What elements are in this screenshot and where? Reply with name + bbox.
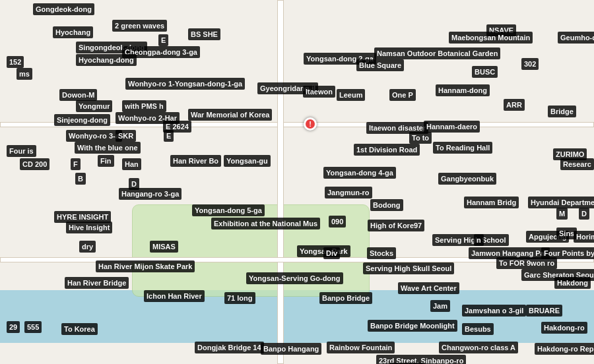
map-label-29: 29 <box>7 321 20 333</box>
map-label-serving-high-skull: Serving High Skull Seoul <box>363 262 454 274</box>
map-label-arr: ARR <box>504 99 525 111</box>
map-label-busc: BUSC <box>472 66 498 78</box>
map-label-div: Div <box>323 247 340 259</box>
map-label-itaewon: Itaewon <box>303 86 335 98</box>
map-label-one-p: One P <box>389 89 416 101</box>
map-label-hakdong-ro: Hakdong-ro <box>541 322 587 334</box>
map-label-f: F <box>71 158 81 170</box>
map-label-sinjeong-dong: Sinjeong-dong <box>54 114 110 126</box>
map-label-m2: M <box>556 208 568 220</box>
map-label-bruare: BRUARE <box>526 305 562 317</box>
map-label-bridge: Bridge <box>548 106 576 117</box>
map-label-e1: E <box>158 34 168 46</box>
map-label-to-to: To to <box>409 132 432 144</box>
map-label-ms: ms <box>16 68 32 80</box>
map-label-besubs: Besubs <box>462 323 494 335</box>
map-label-dowon-m: Dowon-M <box>59 89 97 101</box>
map-label-high-of-kore97: High of Kore97 <box>368 220 424 231</box>
map-label-hannam-bridge: Hannam Bridg <box>464 197 519 208</box>
map-label-stocks: Stocks <box>367 247 396 259</box>
map-label-war-memorial: War Memorial of Korea <box>188 109 272 121</box>
location-marker[interactable] <box>304 117 317 131</box>
map-label-gongdeok-dong: Gongdeok-dong <box>33 3 94 15</box>
map-label-hangang-ro-3ga: Hangang-ro 3-ga <box>119 188 182 200</box>
map-label-reading-hall: To Reading Hall <box>433 142 492 154</box>
map-label-wonhyo-ro-1: Wonhyo-ro 1-Yongsan-dong-1-ga <box>125 78 245 90</box>
map-label-han-river-bo: Han River Bo <box>170 155 221 167</box>
map-label-han-river-mijon: Han River Mijon Skate Park <box>96 260 195 272</box>
map-label-han: Han <box>122 158 141 170</box>
map-label-jamvshan-3gil: Jamvshan o 3-gil <box>462 305 526 317</box>
map-label-skr: SKR <box>116 130 136 142</box>
map-label-to-for-9won: To FOR 9won ro <box>496 257 557 269</box>
map-label-with-pms: with PMS h <box>122 100 166 112</box>
map-label-1st-division-road: 1st Division Road <box>354 144 420 156</box>
map-label-fin: Fin <box>98 155 114 167</box>
map-label-yongsan-serving: Yongsan-Serving Go-dong <box>246 272 343 284</box>
map-label-maebongsan: Maebongsan Mountain <box>449 32 533 44</box>
map-label-555: 555 <box>24 321 42 333</box>
map-label-e3: E <box>164 130 174 142</box>
map-label-banpo-hangang: Banpo Hangang <box>261 343 321 355</box>
map-label-misas: MISAS <box>150 241 178 253</box>
map-label-71-long: 71 long <box>224 292 255 304</box>
map-label-hannam-daero: Hannam-daero <box>424 121 480 133</box>
map-label-bodong: Bodong <box>370 199 403 211</box>
map-label-blue-square: Blue Square <box>356 59 404 71</box>
map-label-yongsan-dong-5ga: Yongsan-dong 5-ga <box>192 204 265 216</box>
map-label-hakdong: Hakdong <box>554 277 591 289</box>
map-label-hyochang: Hyochang <box>53 26 93 38</box>
map-label-dry: dry <box>79 241 96 253</box>
map-label-yongsan-dong-4ga: Yongsan-dong 4-ga <box>323 167 396 179</box>
map-label-han-river-bridge: Han River Bridge <box>65 277 129 289</box>
map-label-bs-she: BS SHE <box>188 28 220 40</box>
map-label-hakdong-ro-report: Hakdong-ro Report <box>535 343 594 355</box>
map-label-152: 152 <box>7 56 24 68</box>
map-label-horim: Horim <box>574 231 594 243</box>
map-label-wave-art: Wave Art Center <box>398 282 459 294</box>
map-label-hyundai-dept: Hyundai Departme <box>528 197 594 208</box>
map-label-n: n <box>474 234 484 246</box>
map-label-hive-insight: Hive Insight <box>66 222 112 233</box>
map-label-wonhyo-ro-3a: Wonhyo-ro 3-a <box>66 130 122 142</box>
map-label-090: 090 <box>329 216 346 228</box>
map-label-b: B <box>75 173 86 185</box>
map-label-yongmur: Yongmur <box>76 100 112 112</box>
map-label-hyochang-dong: Hyochang-dong <box>76 54 137 66</box>
map-label-research: Researc <box>560 158 594 170</box>
map-label-2-green-waves: 2 green waves <box>112 20 167 32</box>
map-label-302: 302 <box>521 58 539 70</box>
map-label-namsan-outdoor: Namsan Outdoor Botanical Garden <box>374 47 500 59</box>
map-label-serving-high-school: Serving High School <box>432 234 509 246</box>
map-label-four-is: Four is <box>7 145 36 157</box>
map-label-jam: Jam <box>430 300 450 312</box>
map-label-hannam-dong: Hannam-dong <box>436 84 490 96</box>
map-label-banpo-bridge: Banpo Bridge <box>319 292 372 304</box>
map-label-jangmun-ro: Jangmun-ro <box>325 187 372 198</box>
map-label-with-the-blue-one: With the blue one <box>75 142 141 154</box>
map-label-geumho-don: Geumho-don <box>558 32 594 44</box>
map-label-d2: D <box>579 208 589 220</box>
map-label-to-korea: To Korea <box>61 323 98 335</box>
main-road-2 <box>277 0 284 364</box>
map-label-yongsan-gu: Yongsan-gu <box>224 155 271 167</box>
map-label-banpo-bridge-moonlight: Banpo Bridge Moonlight <box>368 320 457 332</box>
map-label-rainbow-fountain: Rainbow Fountain <box>327 342 395 353</box>
map-container: Gongdeok-dong2 green wavesHyochangBS SHE… <box>0 0 594 364</box>
map-label-cd-200: CD 200 <box>20 158 50 170</box>
map-label-gangbyeonbuk: Gangbyeonbuk <box>438 173 496 185</box>
map-label-ichon-han-river: Ichon Han River <box>144 290 205 302</box>
map-label-dongjak-bridge-14: Dongjak Bridge 14 <box>195 342 264 353</box>
map-label-exhibition-national: Exhibition at the National Mus <box>211 218 320 229</box>
map-label-changwon-ro-class-a: Changwon-ro class A <box>439 342 518 353</box>
map-label-leeum: Leeum <box>337 89 365 101</box>
